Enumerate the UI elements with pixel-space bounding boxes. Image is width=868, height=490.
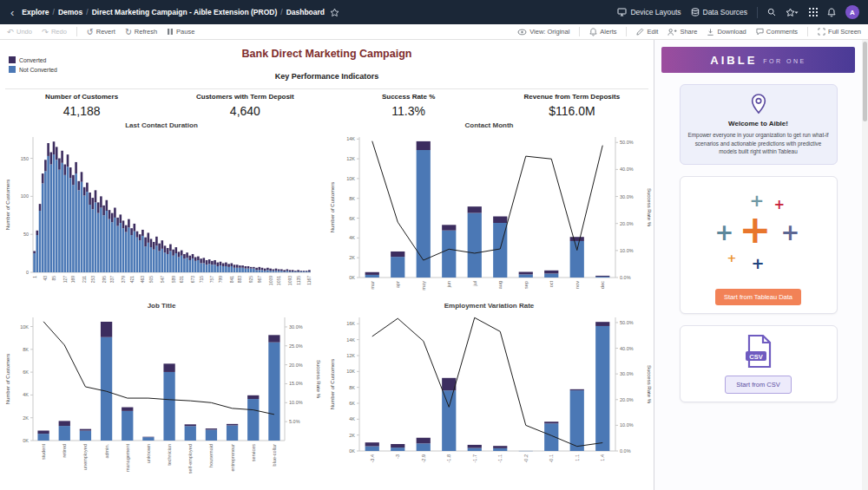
breadcrumb-dashboard[interactable]: Dashboard (286, 8, 325, 16)
svg-text:6K: 6K (349, 401, 355, 406)
svg-text:421: 421 (129, 276, 135, 284)
svg-text:-3.4: -3.4 (370, 454, 375, 462)
csv-start-card: CSV Start from CSV (680, 325, 838, 402)
fullscreen-button[interactable]: Full Screen (818, 28, 861, 36)
svg-text:100: 100 (21, 193, 29, 199)
svg-text:10K: 10K (20, 324, 29, 330)
svg-text:20.0%: 20.0% (620, 221, 634, 226)
redo-button[interactable]: ↷ Redo (42, 28, 67, 36)
svg-text:757: 757 (209, 276, 214, 284)
bar-line-employment-variation-rate[interactable]: 0K2K4K6K8K10K12K14K16K0.0%10.0%20.0%30.0… (328, 312, 650, 486)
svg-text:30.0%: 30.0% (620, 371, 634, 376)
kpi-number-of-customers: Number of Customers 41,188 (0, 93, 163, 118)
chart-contact-month: Contact Month 0K2K4K6K8K10K12K14K0.0%10.… (328, 121, 650, 300)
redo-label: Redo (51, 28, 67, 36)
bar-line-job-title[interactable]: 0K2K4K6K8K10K5.0%10.0%15.0%20.0%25.0%30.… (3, 312, 319, 486)
svg-text:1167: 1167 (306, 276, 312, 285)
toolbar-divider (807, 27, 808, 36)
svg-text:4K: 4K (23, 392, 29, 397)
page-scrollbar[interactable] (862, 40, 868, 490)
apps-grid-icon[interactable] (809, 8, 818, 16)
csv-icon-label: CSV (749, 352, 762, 360)
view-label: View: Original (529, 28, 569, 36)
histogram-last-contact-duration[interactable]: 0501001501438512716921125329533737942146… (3, 132, 319, 300)
svg-text:0K: 0K (23, 438, 29, 443)
undo-button[interactable]: ↶ Undo (7, 28, 32, 36)
legend-label: Converted (19, 57, 46, 63)
tableau-start-card: + + + + + + + Start from Tableau Data (680, 176, 838, 314)
revert-button[interactable]: ↺ Revert (87, 28, 115, 36)
start-from-csv-button[interactable]: Start from CSV (725, 376, 791, 394)
svg-text:student: student (41, 444, 46, 461)
svg-text:-1.1: -1.1 (497, 454, 503, 462)
undo-label: Undo (16, 28, 32, 36)
refresh-button[interactable]: ↻ Refresh (125, 28, 157, 36)
monitor-icon (617, 8, 627, 16)
topbar-actions: Device Layouts Data Sources A (617, 5, 859, 19)
data-sources-button[interactable]: Data Sources (691, 8, 748, 16)
svg-text:0.0%: 0.0% (620, 448, 631, 454)
svg-text:2K: 2K (349, 433, 355, 438)
device-layouts-button[interactable]: Device Layouts (617, 8, 681, 16)
share-button[interactable]: Share (667, 28, 697, 36)
svg-text:0: 0 (26, 270, 29, 275)
svg-text:6K: 6K (23, 369, 29, 375)
toolbar-divider (626, 27, 627, 36)
converted-swatch (9, 56, 16, 63)
svg-text:30.0%: 30.0% (620, 194, 634, 199)
toolbar-divider (579, 27, 580, 36)
svg-text:1.4: 1.4 (600, 454, 605, 461)
user-avatar[interactable]: A (845, 5, 859, 19)
favorites-menu-icon[interactable] (786, 8, 799, 17)
revert-icon: ↺ (87, 28, 94, 36)
breadcrumb-demos[interactable]: Demos (58, 8, 82, 16)
redo-icon: ↷ (42, 28, 49, 36)
svg-text:services: services (251, 444, 256, 461)
fullscreen-icon (818, 28, 825, 36)
edit-button[interactable]: Edit (636, 28, 658, 36)
breadcrumb-explore[interactable]: Explore (22, 8, 49, 16)
legend-item-not-converted[interactable]: Not Converted (9, 66, 57, 73)
legend-item-converted[interactable]: Converted (9, 56, 57, 63)
svg-text:967: 967 (257, 276, 262, 284)
device-layouts-label: Device Layouts (630, 8, 681, 16)
welcome-title: Welcome to Aible! (688, 120, 829, 127)
svg-text:blue-collar: blue-collar (272, 444, 277, 467)
share-label: Share (680, 28, 697, 36)
aible-logo: AIBLE (710, 54, 757, 67)
svg-text:40.0%: 40.0% (620, 346, 634, 351)
location-pin-icon (688, 93, 829, 115)
search-icon[interactable] (767, 8, 776, 16)
svg-text:4K: 4K (349, 235, 355, 240)
kpi-label: Customers with Term Deposit (163, 93, 326, 101)
back-button[interactable]: ‹ (9, 7, 16, 18)
breadcrumb-workbook[interactable]: Direct Marketing Campaign - Aible Extens… (92, 8, 278, 16)
bar-line-contact-month[interactable]: 0K2K4K6K8K10K12K14K0.0%10.0%20.0%30.0%40… (328, 132, 650, 300)
svg-text:Success Rate %: Success Rate % (647, 188, 652, 227)
svg-text:technician: technician (167, 444, 172, 466)
kpi-value: $116.0M (490, 104, 654, 118)
svg-text:Success Rate %: Success Rate % (316, 360, 321, 399)
svg-text:1: 1 (32, 276, 37, 278)
svg-text:retired: retired (62, 444, 67, 458)
notifications-bell-icon[interactable] (827, 8, 836, 17)
alerts-label: Alerts (600, 28, 616, 36)
scrollbar-thumb[interactable] (863, 42, 867, 121)
pause-icon (167, 28, 174, 36)
view-selector[interactable]: View: Original (517, 28, 569, 36)
svg-text:5.0%: 5.0% (289, 419, 300, 424)
download-button[interactable]: Download (707, 28, 746, 36)
dashboard-canvas: Bank Direct Marketing Campaign Key Perfo… (0, 40, 654, 490)
breadcrumb-separator: / (280, 8, 282, 16)
favorite-star-icon[interactable] (330, 8, 339, 17)
svg-text:0.0%: 0.0% (620, 275, 631, 280)
svg-text:15.0%: 15.0% (289, 381, 303, 386)
svg-text:1009: 1009 (268, 276, 273, 285)
alerts-button[interactable]: Alerts (589, 28, 616, 36)
kpi-label: Revenue from Term Deposits (490, 93, 654, 101)
pause-button[interactable]: Pause (167, 28, 194, 36)
tableau-logo-icon: + + + + + + + (713, 192, 804, 275)
svg-text:8K: 8K (349, 196, 355, 201)
start-from-tableau-data-button[interactable]: Start from Tableau Data (715, 289, 801, 305)
comments-button[interactable]: Comments (756, 28, 798, 36)
